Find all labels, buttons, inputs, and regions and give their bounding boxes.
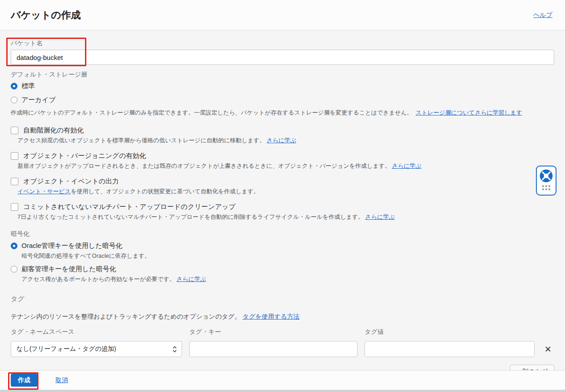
tag-key-input[interactable] [189,341,357,357]
bucket-name-label: バケット名 [11,39,554,47]
tag-namespace-select[interactable]: なし(フリーフォーム・タグの追加) [11,341,182,357]
radio-row[interactable]: Oracle管理キーを使用した暗号化 [11,242,554,250]
checkbox-icon[interactable] [11,127,18,134]
checkbox-label[interactable]: オブジェクト・イベントの出力 [23,177,119,186]
radio-unselected-icon[interactable] [11,266,17,273]
option-description: イベント・サービスを使用して、オブジェクトの状態変更に基づいて自動化を作成します… [17,187,554,196]
learn-more-link[interactable]: さらに学ぶ [267,137,296,144]
create-button[interactable]: 作成 [11,374,38,387]
option-description: 新規オブジェクトがアップロードされるとき、または既存のオブジェクトが上書きされる… [17,162,554,170]
encryption-option-customer-managed: 顧客管理キーを使用した暗号化 アクセス権があるボールトからの有効なキーが必要です… [11,265,554,283]
radio-label: アーカイブ [21,96,55,104]
learn-more-link[interactable]: さらに学ぶ [176,276,206,282]
tag-key-column: タグ・キー [189,328,357,357]
cancel-link[interactable]: 取消 [55,376,68,384]
checkbox-icon[interactable] [11,152,18,160]
storage-tier-option-archive[interactable]: アーカイブ [11,96,554,104]
option-object-versioning: オブジェクト・バージョニングの有効化 新規オブジェクトがアップロードされるとき、… [11,152,554,170]
radio-selected-icon[interactable] [11,83,17,89]
radio-label: Oracle管理キーを使用した暗号化 [21,242,123,250]
radio-unselected-icon[interactable] [11,97,17,103]
select-stepper-icon [172,345,177,353]
tags-usage-link[interactable]: タグを使用する方法 [242,313,300,320]
radio-label: 顧客管理キーを使用した暗号化 [21,265,116,273]
tag-value-label: タグ値 [365,328,535,336]
tag-row: タグ・ネームスペース なし(フリーフォーム・タグの追加) タグ・キー タグ値 ✕ [11,328,554,357]
checkbox-icon[interactable] [11,203,18,211]
tag-key-label: タグ・キー [189,328,357,336]
tag-value-input[interactable] [365,341,535,357]
life-buoy-icon[interactable] [540,169,553,183]
storage-tier-learn-link[interactable]: ストレージ層についてさらに学習します [416,109,522,116]
create-bucket-form: バケット名 デフォルト・ストレージ層 標準 アーカイブ 作成時にバケットのデフォ… [0,31,565,378]
storage-tier-helper: 作成時にバケットのデフォルト・ストレージ層のみを指定できます。一度設定したら、バ… [11,109,554,117]
option-auto-tiering: 自動階層化の有効化 アクセス頻度の低いオブジェクトを標準層から価格の低いストレー… [11,126,554,145]
tags-section-heading: タグ [11,295,554,303]
option-multipart-cleanup: コミットされていないマルチパート・アップロードのクリーンアップ 7日より古くなっ… [11,203,554,221]
help-link[interactable]: ヘルプ [533,11,552,19]
remove-tag-icon[interactable]: ✕ [542,341,554,357]
storage-tier-label: デフォルト・ストレージ層 [11,71,554,79]
floating-help-widget[interactable] [536,166,557,196]
learn-more-link[interactable]: さらに学ぶ [392,162,421,169]
option-description: 暗号化関連の処理をすべてOracleに依存します。 [21,252,554,260]
checkbox-label[interactable]: コミットされていないマルチパート・アップロードのクリーンアップ [23,203,236,211]
helper-text: 作成時にバケットのデフォルト・ストレージ層のみを指定できます。一度設定したら、バ… [11,109,412,116]
option-description: アクセス権があるボールトからの有効なキーが必要です。さらに学ぶ [21,275,554,283]
encryption-label: 暗号化 [11,230,554,238]
learn-more-link[interactable]: さらに学ぶ [365,213,395,220]
tag-namespace-label: タグ・ネームスペース [11,328,182,336]
storage-tier-option-standard[interactable]: 標準 [11,82,554,90]
tag-namespace-column: タグ・ネームスペース なし(フリーフォーム・タグの追加) [11,328,182,357]
bucket-name-input[interactable] [11,50,554,65]
tag-value-column: タグ値 [365,328,535,357]
tag-namespace-value: なし(フリーフォーム・タグの追加) [17,345,116,353]
page-title: バケットの作成 [11,9,81,22]
option-description: 7日より古くなったコミットされていないマルチパート・アップロードを自動的に削除す… [17,213,554,221]
checkbox-icon[interactable] [11,178,18,185]
tags-description: テナンシ内のリソースを整理およびトラッキングするためのオプションのタグ。 タグを… [11,313,554,321]
radio-label: 標準 [21,82,35,90]
radio-row[interactable]: 顧客管理キーを使用した暗号化 [11,265,554,273]
option-description: アクセス頻度の低いオブジェクトを標準層から価格の低いストレージに自動的に移動しま… [17,136,554,145]
events-service-link[interactable]: イベント・サービス [17,188,71,195]
checkbox-label[interactable]: オブジェクト・バージョニングの有効化 [23,152,146,160]
encryption-option-oracle-managed: Oracle管理キーを使用した暗号化 暗号化関連の処理をすべてOracleに依存… [11,242,554,260]
option-emit-object-events: オブジェクト・イベントの出力 イベント・サービスを使用して、オブジェクトの状態変… [11,177,554,196]
radio-selected-icon[interactable] [11,243,17,249]
bottom-strip [0,390,565,392]
drag-handle-dots-icon[interactable] [542,185,550,190]
checkbox-label[interactable]: 自動階層化の有効化 [23,126,84,135]
page-header: バケットの作成 ヘルプ [0,0,565,30]
form-footer: 作成 取消 [0,370,565,390]
